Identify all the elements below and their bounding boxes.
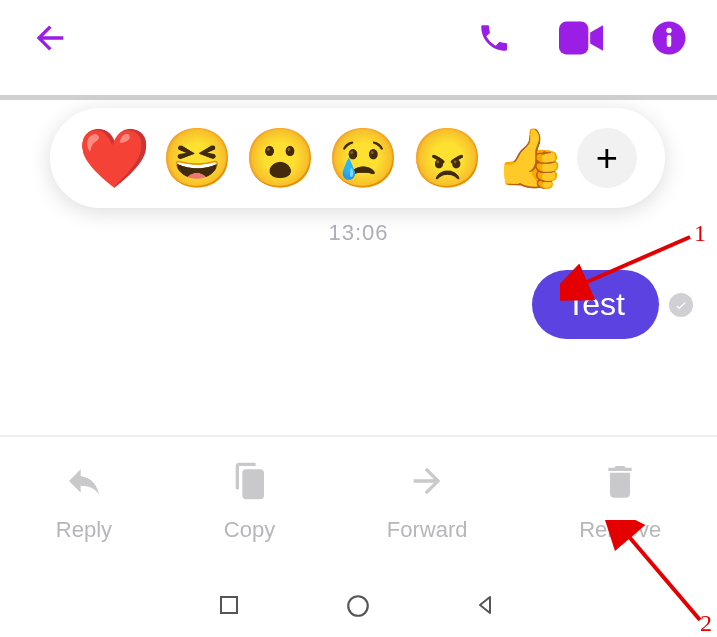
call-button[interactable] <box>477 21 511 55</box>
copy-button[interactable]: Copy <box>224 461 275 543</box>
video-call-button[interactable] <box>559 21 603 55</box>
top-bar-actions <box>477 20 687 56</box>
copy-label: Copy <box>224 517 275 543</box>
reaction-add-button[interactable]: + <box>577 128 637 188</box>
svg-point-3 <box>666 27 671 32</box>
reaction-wow[interactable]: 😮 <box>244 126 308 190</box>
nav-recent-button[interactable] <box>217 593 245 621</box>
svg-line-7 <box>625 532 700 620</box>
nav-home-button[interactable] <box>345 593 373 621</box>
nav-back-button[interactable] <box>473 593 501 621</box>
svg-line-6 <box>580 237 690 285</box>
info-button[interactable] <box>651 20 687 56</box>
svg-point-5 <box>348 596 368 616</box>
reaction-angry[interactable]: 😠 <box>411 126 475 190</box>
trash-icon <box>600 461 640 507</box>
svg-rect-2 <box>667 35 672 47</box>
reply-label: Reply <box>56 517 112 543</box>
reaction-laugh[interactable]: 😆 <box>161 126 225 190</box>
svg-rect-0 <box>559 21 588 54</box>
annotation-label-2: 2 <box>700 610 712 637</box>
forward-label: Forward <box>387 517 468 543</box>
back-button[interactable] <box>30 18 70 58</box>
copy-icon <box>229 461 269 507</box>
annotation-arrow-1 <box>560 225 710 305</box>
forward-button[interactable]: Forward <box>387 461 468 543</box>
top-bar <box>0 0 717 75</box>
reaction-heart[interactable]: ❤️ <box>78 126 142 190</box>
forward-icon <box>407 461 447 507</box>
reaction-sad[interactable]: 😢 <box>327 126 391 190</box>
svg-rect-4 <box>221 597 237 613</box>
reply-icon <box>64 461 104 507</box>
reaction-picker: ❤️ 😆 😮 😢 😠 👍 + <box>50 108 665 208</box>
reaction-like[interactable]: 👍 <box>494 126 558 190</box>
reply-button[interactable]: Reply <box>56 461 112 543</box>
annotation-label-1: 1 <box>694 220 706 247</box>
annotation-arrow-2 <box>605 520 715 630</box>
